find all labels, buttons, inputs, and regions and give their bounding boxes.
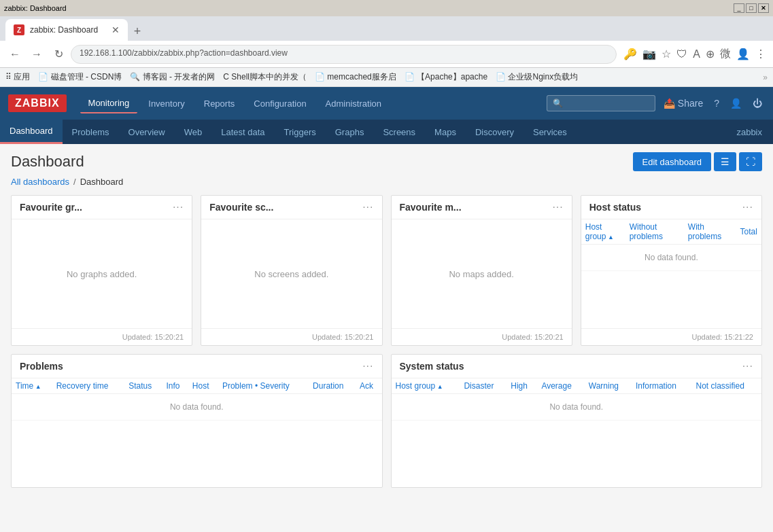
system-status-col-high: High xyxy=(506,378,537,394)
tab-favicon: Z xyxy=(14,24,24,35)
close-button[interactable]: ✕ xyxy=(758,3,769,13)
problems-no-data: No data found. xyxy=(12,394,382,421)
subnav-latest-data[interactable]: Latest data xyxy=(211,120,274,144)
problems-menu[interactable]: ··· xyxy=(362,360,373,372)
problems-col-problem: Problem • Severity xyxy=(218,378,309,394)
menu-icon[interactable]: ⋮ xyxy=(754,46,768,62)
bookmark-nginx[interactable]: 📄 企业级Nginx负载均 xyxy=(496,71,578,83)
nav-reports[interactable]: Reports xyxy=(196,94,243,113)
system-status-menu[interactable]: ··· xyxy=(742,360,753,372)
host-status-col-total: Total xyxy=(736,219,761,245)
favourite-maps-menu[interactable]: ··· xyxy=(552,201,563,213)
page-content: Dashboard Edit dashboard ☰ ⛶ All dashboa… xyxy=(0,144,773,532)
chrome-icon: ⊕ xyxy=(704,46,716,62)
address-bar[interactable]: 192.168.1.100/zabbix/zabbix.php?action=d… xyxy=(71,45,617,64)
edit-dashboard-button[interactable]: Edit dashboard xyxy=(633,152,711,171)
page-title: Dashboard xyxy=(11,153,84,171)
system-status-body: Host group Disaster High Average Warning… xyxy=(392,378,762,487)
favourite-maps-footer: Updated: 15:20:21 xyxy=(392,328,572,345)
host-status-col-group[interactable]: Host group xyxy=(581,219,625,245)
favourite-graphs-body: No graphs added. xyxy=(12,219,192,328)
favourite-maps-widget: Favourite m... ··· No maps added. Update… xyxy=(391,195,572,346)
zabbix-header: ZABBIX Monitoring Inventory Reports Conf… xyxy=(0,87,773,120)
favourite-graphs-widget: Favourite gr... ··· No graphs added. Upd… xyxy=(11,195,192,346)
bookmark-apps[interactable]: ⠿ 应用 xyxy=(5,71,30,83)
fullscreen-button[interactable]: ⛶ xyxy=(739,152,762,171)
system-status-widget: System status ··· Host group Disaster Hi… xyxy=(391,354,763,488)
favourite-graphs-footer: Updated: 15:20:21 xyxy=(12,328,192,345)
new-tab-button[interactable]: + xyxy=(128,22,147,41)
favourite-screens-menu[interactable]: ··· xyxy=(362,201,373,213)
window-title: zabbix: Dashboard xyxy=(4,4,67,12)
favourite-maps-header: Favourite m... ··· xyxy=(392,196,572,219)
host-status-title: Host status xyxy=(589,202,641,213)
tab-title: zabbix: Dashboard xyxy=(30,25,98,35)
subnav-dashboard[interactable]: Dashboard xyxy=(0,120,63,144)
nav-inventory[interactable]: Inventory xyxy=(140,94,192,113)
bookmark-disk[interactable]: 📄 磁盘管理 - CSDN博 xyxy=(38,71,122,83)
breadcrumb-separator: / xyxy=(73,177,76,187)
back-button[interactable]: ← xyxy=(5,45,24,64)
favourite-maps-body: No maps added. xyxy=(392,219,572,328)
search-box[interactable]: 🔍 xyxy=(547,95,655,111)
host-status-menu[interactable]: ··· xyxy=(742,201,753,213)
reload-button[interactable]: ↻ xyxy=(49,45,68,64)
favourite-maps-no-data: No maps added. xyxy=(449,269,513,279)
subnav-triggers[interactable]: Triggers xyxy=(275,120,326,144)
problems-table: Time Recovery time Status Info Host Prob… xyxy=(12,378,382,421)
subnav-problems[interactable]: Problems xyxy=(63,120,119,144)
breadcrumb: All dashboards / Dashboard xyxy=(11,177,762,187)
system-status-col-disaster: Disaster xyxy=(460,378,506,394)
favourite-graphs-menu[interactable]: ··· xyxy=(173,201,184,213)
translate-icon[interactable]: A xyxy=(691,47,702,62)
share-button[interactable]: 📤 Share xyxy=(661,95,706,111)
list-view-button[interactable]: ☰ xyxy=(714,152,736,171)
system-status-col-information: Information xyxy=(632,378,692,394)
help-button[interactable]: ? xyxy=(711,95,722,111)
breadcrumb-all-dashboards[interactable]: All dashboards xyxy=(11,177,69,187)
window-titlebar: zabbix: Dashboard _ □ ✕ xyxy=(0,0,773,16)
active-tab[interactable]: Z zabbix: Dashboard ✕ xyxy=(5,19,128,41)
bookmark-cnblogs[interactable]: 🔍 博客园 - 开发者的网 xyxy=(130,71,215,83)
subnav-screens[interactable]: Screens xyxy=(373,120,425,144)
subnav-web[interactable]: Web xyxy=(175,120,212,144)
maximize-button[interactable]: □ xyxy=(746,3,757,13)
subnav-maps[interactable]: Maps xyxy=(425,120,466,144)
system-status-no-data-row: No data found. xyxy=(392,394,762,421)
system-status-col-warning: Warning xyxy=(585,378,632,394)
star-icon[interactable]: ☆ xyxy=(660,46,672,62)
bookmarks-more[interactable]: » xyxy=(763,73,768,82)
page-header: Dashboard Edit dashboard ☰ ⛶ xyxy=(11,152,762,171)
system-status-table: Host group Disaster High Average Warning… xyxy=(392,378,762,421)
minimize-button[interactable]: _ xyxy=(734,3,744,13)
host-status-footer: Updated: 15:21:22 xyxy=(581,328,761,345)
subnav-discovery[interactable]: Discovery xyxy=(466,120,523,144)
problems-col-host: Host xyxy=(188,378,218,394)
system-status-no-data: No data found. xyxy=(392,394,762,421)
host-status-col-without: Without problems xyxy=(625,219,684,245)
nav-administration[interactable]: Administration xyxy=(317,94,390,113)
main-nav: Monitoring Inventory Reports Configurati… xyxy=(80,94,547,113)
bookmark-apache[interactable]: 📄 【Apache】apache xyxy=(405,71,487,83)
window-controls[interactable]: _ □ ✕ xyxy=(734,3,769,13)
bookmark-shell[interactable]: C Shell脚本中的并发（ xyxy=(223,71,307,83)
avatar-icon[interactable]: 👤 xyxy=(735,46,751,62)
subnav-services[interactable]: Services xyxy=(523,120,577,144)
favourite-maps-title: Favourite m... xyxy=(400,202,462,213)
zabbix-app: ZABBIX Monitoring Inventory Reports Conf… xyxy=(0,87,773,532)
problems-col-time[interactable]: Time xyxy=(12,378,52,394)
tab-close-button[interactable]: ✕ xyxy=(111,24,120,35)
forward-button[interactable]: → xyxy=(27,45,46,64)
nav-configuration[interactable]: Configuration xyxy=(245,94,314,113)
subnav-overview[interactable]: Overview xyxy=(119,120,175,144)
bookmark-memcached[interactable]: 📄 memcached服务启 xyxy=(315,71,396,83)
subnav-graphs[interactable]: Graphs xyxy=(326,120,374,144)
problems-col-duration: Duration xyxy=(309,378,356,394)
dashboard-grid: Favourite gr... ··· No graphs added. Upd… xyxy=(11,195,762,488)
screenshot-icon: 📷 xyxy=(641,46,657,62)
browser-tab-bar: Z zabbix: Dashboard ✕ + xyxy=(0,16,773,41)
user-button[interactable]: 👤 xyxy=(727,95,744,111)
nav-monitoring[interactable]: Monitoring xyxy=(80,94,138,113)
logout-button[interactable]: ⏻ xyxy=(750,95,765,111)
system-status-col-group[interactable]: Host group xyxy=(392,378,460,394)
